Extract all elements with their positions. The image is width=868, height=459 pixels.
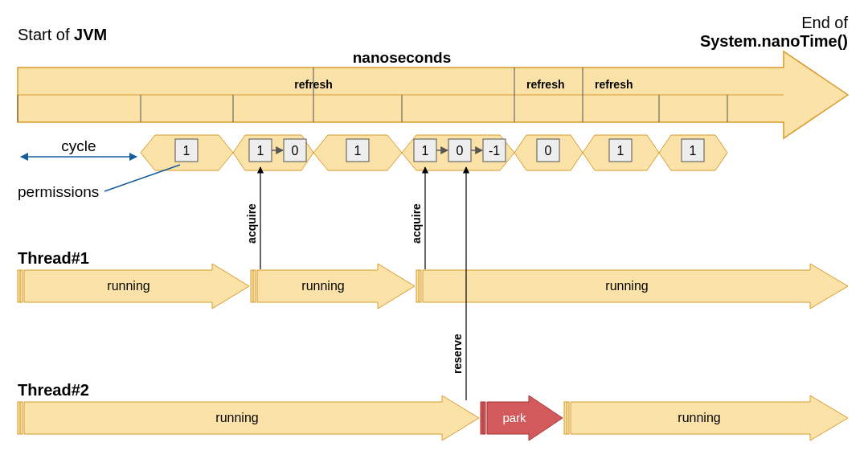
perm-value: 1	[183, 144, 190, 158]
thread-arrow: running	[416, 264, 848, 309]
thread-arrow: running	[18, 395, 479, 441]
cycle-label: cycle	[61, 137, 96, 154]
perm-value: 0	[545, 144, 552, 158]
cycle-hex: 1 0 -1	[402, 135, 514, 170]
cycle-hex: 1	[659, 135, 727, 170]
cycle-hex: 1 0	[233, 135, 313, 170]
diagram-root: Start of JVM End of System.nanoTime() na…	[16, 16, 852, 450]
refresh-label-3: refresh	[595, 78, 633, 91]
thread-state: running	[215, 411, 258, 424]
thread-arrow: running	[251, 264, 415, 309]
acquire-label: acquire	[245, 203, 258, 244]
perm-value: 0	[292, 144, 299, 158]
perm-value: -1	[489, 144, 500, 158]
refresh-label-2: refresh	[526, 78, 564, 91]
thread-state: running	[678, 411, 720, 424]
acquire-label: acquire	[410, 203, 423, 244]
thread2-title: Thread#2	[18, 381, 89, 399]
permissions-pointer	[104, 165, 180, 191]
start-of-jvm: Start of JVM	[18, 26, 107, 43]
perm-value: 0	[457, 144, 464, 158]
cycles-row: 1 1 0 1 1 0 -1	[141, 135, 727, 170]
cycle-hex: 1	[141, 135, 233, 170]
nanoseconds-label: nanoseconds	[353, 49, 451, 66]
perm-value: 1	[690, 144, 697, 158]
perm-value: 1	[257, 144, 264, 158]
thread1-row: running running running	[18, 264, 848, 309]
cycle-hex: 1	[313, 135, 402, 170]
system-nanotime: System.nanoTime()	[700, 32, 848, 50]
thread-state: running	[301, 279, 344, 293]
perm-value: 1	[354, 144, 362, 158]
thread-arrow: running	[564, 395, 848, 441]
perm-value: 1	[617, 144, 624, 158]
acquire-arrow-2: acquire	[410, 167, 425, 269]
park-label: park	[502, 411, 526, 424]
refresh-label-1: refresh	[294, 78, 332, 91]
thread1-title: Thread#1	[18, 249, 89, 267]
permissions-label: permissions	[18, 183, 99, 200]
thread-arrow: running	[18, 264, 249, 309]
park-arrow: park	[481, 395, 563, 441]
thread-state: running	[605, 279, 648, 293]
perm-value: 1	[422, 144, 429, 158]
cycle-hex: 0	[514, 135, 583, 170]
cycle-indicator: cycle	[21, 137, 137, 157]
cycle-hex: 1	[583, 135, 659, 170]
end-of: End of	[801, 16, 848, 31]
acquire-arrow-1: acquire	[245, 167, 260, 269]
thread-state: running	[107, 279, 149, 293]
reserve-label: reserve	[451, 334, 464, 374]
thread2-row: running park running	[18, 395, 848, 441]
